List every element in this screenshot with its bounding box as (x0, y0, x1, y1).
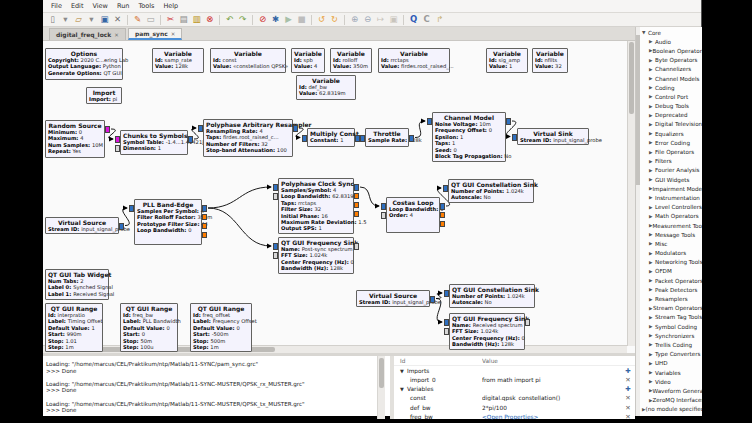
tree-category-packet-operators[interactable]: ▶Packet Operators (640, 276, 702, 285)
block-options[interactable]: OptionsCopyright: 2020 C...ering LabOutp… (45, 48, 123, 80)
output-port-float[interactable] (202, 232, 207, 238)
close-tab-icon[interactable]: ✕ (111, 14, 124, 26)
block-chunks_to_symbols[interactable]: Chunks to SymbolsSymbol Table: -1.4...1.… (120, 130, 188, 155)
block-tab_widget[interactable]: QT GUI Tab WidgetNum Tabs: 2Label 0: Syn… (45, 269, 109, 300)
tree-category-message-tools[interactable]: ▶Message Tools (640, 230, 702, 239)
output-port-complex[interactable] (293, 125, 298, 132)
tree-category-trellis-coding[interactable]: ▶Trellis Coding (640, 340, 702, 349)
remove-icon[interactable]: ✕ (621, 413, 635, 421)
tree-category-coding[interactable]: ▶Coding (640, 83, 702, 92)
zoom-original-icon[interactable]: ↦ (374, 14, 387, 26)
tree-category-audio[interactable]: ▶Audio (640, 37, 702, 46)
snap-to-grid-icon[interactable]: ▣ (387, 14, 400, 26)
block-random_source[interactable]: Random SourceMinimum: 0Maximum: 4Num Sam… (45, 120, 105, 158)
input-port-msg[interactable] (273, 193, 278, 200)
input-port-complex[interactable] (273, 184, 278, 191)
block-freq_sink_rx[interactable]: QT GUI Frequency SinkName: Received spec… (449, 313, 525, 350)
output-port-complex[interactable] (440, 203, 445, 210)
canvas-vscroll-thumb[interactable] (629, 42, 634, 114)
output-port-complex[interactable] (354, 184, 359, 191)
menu-item-run[interactable]: Run (113, 1, 133, 11)
open-file-icon[interactable]: ▱ (72, 14, 85, 26)
tree-category-instrumentation[interactable]: ▶Instrumentation (640, 193, 702, 202)
input-port-complex[interactable] (360, 135, 365, 142)
tree-category-symbol-coding[interactable]: ▶Symbol Coding (640, 322, 702, 331)
tree-category-stream-tag-tools[interactable]: ▶Stream Tag Tools (640, 313, 702, 322)
copy-icon[interactable]: ▤ (177, 14, 190, 26)
reload-blocks-icon[interactable]: C (420, 14, 433, 26)
tree-category-waveform-generators[interactable]: ▶Waveform Generators (640, 386, 702, 395)
output-port-complex[interactable] (119, 223, 124, 230)
rotate-ccw-icon[interactable]: ↺ (315, 14, 328, 26)
tree-category-filters[interactable]: ▶Filters (640, 157, 702, 166)
zoom-in-icon[interactable]: ⊕ (348, 14, 361, 26)
output-port-complex[interactable] (202, 205, 207, 212)
tab-digital_freq_lock[interactable]: digital_freq_lock✕ (49, 28, 126, 40)
tree-category-no-module[interactable]: ▶(no module specified) (640, 405, 702, 414)
block-var_samp_rate[interactable]: VariableId: samp_rateValue: 128k (152, 48, 204, 73)
tree-category-file-operators[interactable]: ▶File Operators (640, 147, 702, 156)
input-port-msg[interactable] (381, 212, 386, 219)
output-port-complex[interactable] (430, 296, 435, 303)
tree-category-modulators[interactable]: ▶Modulators (640, 249, 702, 258)
canvas-vertical-scrollbar[interactable] (627, 41, 635, 346)
tree-category-impairment-models[interactable]: ▶Impairment Models (640, 184, 702, 193)
tree-category-gui-widgets[interactable]: ▶GUI Widgets (640, 175, 702, 184)
input-port-complex[interactable] (512, 134, 517, 141)
output-port-float[interactable] (202, 223, 207, 229)
tree-category-variables[interactable]: ▶Variables (640, 368, 702, 377)
block-costas_loop[interactable]: Costas LoopLoop Bandwidth: 0Order: 4 (386, 197, 440, 233)
output-port-float[interactable] (440, 212, 445, 218)
input-port-complex[interactable] (273, 243, 278, 250)
output-port-byte[interactable] (105, 126, 110, 133)
flowgraph-properties-icon[interactable]: ✎ (131, 14, 144, 26)
delete-icon[interactable]: ⊗ (203, 14, 216, 26)
block-const_sink_1[interactable]: QT GUI Constellation SinkNumber of Point… (448, 179, 534, 203)
block-pfb_resampler[interactable]: Polyphase Arbitrary ResamplerResampling … (203, 119, 293, 157)
block-var_rolloff[interactable]: VariableId: rolloffValue: 350m (330, 48, 372, 73)
run-flowgraph-icon[interactable]: ▶ (282, 14, 295, 26)
tree-category-digital-television[interactable]: ▶Digital Television (640, 120, 702, 129)
input-port-complex[interactable] (198, 125, 203, 132)
tree-category-debug-tools[interactable]: ▶Debug Tools (640, 102, 702, 111)
tree-category-boolean-operators[interactable]: ▶Boolean Operators (640, 46, 702, 55)
output-port-float[interactable] (354, 193, 359, 199)
tree-category-deprecated[interactable]: ▶Deprecated (640, 111, 702, 120)
remove-icon[interactable]: ✕ (621, 394, 635, 402)
tree-category-synchronizers[interactable]: ▶Synchronizers (640, 331, 702, 340)
output-port-complex[interactable] (188, 136, 193, 143)
input-port-complex[interactable] (427, 118, 432, 125)
inspector-row-import_0[interactable]: import_0from math import pi✕ (394, 375, 635, 384)
block-channel_model[interactable]: Channel ModelNoise Voltage: 10mFrequency… (432, 112, 506, 162)
output-port-complex[interactable] (506, 118, 511, 125)
input-port-complex[interactable] (381, 203, 386, 210)
errors-icon[interactable]: ⊘ (256, 14, 269, 26)
output-port-float[interactable] (202, 214, 207, 220)
block-range_interpratio[interactable]: QT GUI RangeId: interpratioLabel: Timing… (45, 303, 103, 352)
tree-category-resamplers[interactable]: ▶Resamplers (640, 294, 702, 303)
tree-category-measurement-tools[interactable]: ▶Measurement Tools (640, 221, 702, 230)
tree-category-networking-tools[interactable]: ▶Networking Tools (640, 258, 702, 267)
block-var_rrctaps[interactable]: VariableId: rrctapsValue: firdes.root_ra… (378, 48, 450, 73)
tree-category-equalizers[interactable]: ▶Equalizers (640, 129, 702, 138)
tree-category-ofdm[interactable]: ▶OFDM (640, 267, 702, 276)
tree-category-misc[interactable]: ▶Misc (640, 239, 702, 248)
input-port-msg[interactable] (444, 328, 449, 335)
parser-errors-icon[interactable]: ↱ (433, 14, 446, 26)
output-port-float[interactable] (440, 221, 445, 227)
collapse-caret-icon[interactable]: ▼ (400, 368, 407, 374)
block-const_sink_2[interactable]: QT GUI Constellation SinkNumber of Point… (449, 284, 535, 308)
block-range_freq_offset[interactable]: QT GUI RangeId: freq_offsetLabel: Freque… (190, 303, 252, 352)
input-port-msg[interactable] (115, 145, 120, 152)
input-port-msg[interactable] (273, 252, 278, 259)
open-file-dropdown-icon[interactable]: ▾ (85, 14, 98, 26)
console-scrollbar[interactable] (377, 356, 385, 419)
tree-category-error-coding[interactable]: ▶Error Coding (640, 138, 702, 147)
tab-pam_sync[interactable]: pam_sync✕ (128, 28, 183, 40)
menu-item-file[interactable]: File (47, 1, 66, 11)
tree-category-fourier-analysis[interactable]: ▶Fourier Analysis (640, 166, 702, 175)
tree-category-video[interactable]: ▶Video (640, 377, 702, 386)
block-var_spb[interactable]: VariableId: spbValue: 4 (291, 48, 325, 73)
remove-icon[interactable]: ✕ (621, 376, 635, 384)
inspector-row-freq_bw[interactable]: freq_bw<Open Properties>✕ (394, 412, 635, 421)
